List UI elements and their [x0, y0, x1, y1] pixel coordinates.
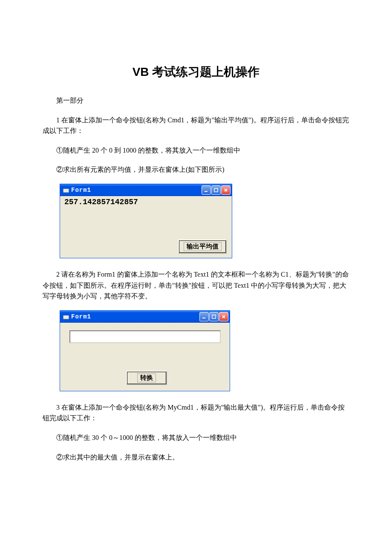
svg-rect-3: [214, 188, 218, 192]
maximize-button[interactable]: [211, 185, 221, 195]
form1-window: Form1 257.142857142857 输出平均值: [60, 184, 232, 258]
form1-titlebar: Form1: [60, 184, 232, 196]
output-avg-button-label: 输出平均值: [184, 242, 222, 251]
close-button[interactable]: [221, 185, 231, 195]
section-heading: 第一部分: [43, 95, 349, 106]
q3-intro: 3 在窗体上添加一个命令按钮(名称为 MyCmd1，标题为"输出最大值")。程序…: [43, 402, 349, 424]
form1-output-text: 257.142857142857: [64, 198, 138, 206]
svg-rect-2: [205, 191, 208, 192]
q1-intro: 1 在窗体上添加一个命令按钮(名称为 Cmd1，标题为"输出平均值")。程序运行…: [43, 115, 349, 136]
form2-titlebar: Form1: [60, 311, 230, 323]
q3-step2: ②求出其中的最大值，并显示在窗体上。: [43, 452, 349, 463]
close-button[interactable]: [219, 312, 228, 321]
page-title: VB 考试练习题上机操作: [43, 64, 349, 80]
q1-step1: ①随机产生 20 个 0 到 1000 的整数，将其放入一个一维数组中: [43, 145, 349, 156]
output-avg-button[interactable]: 输出平均值: [178, 240, 227, 254]
form1-title: Form1: [71, 187, 202, 194]
q3-step1: ①随机产生 30 个 0～1000 的整数，将其放入一个一维数组中: [43, 432, 349, 443]
convert-button-label: 转换: [137, 373, 156, 382]
form2-client-area: 转换: [60, 323, 230, 391]
svg-rect-7: [63, 314, 69, 315]
q2-intro: 2 请在名称为 Form1 的窗体上添加一个名称为 Text1 的文本框和一个名…: [43, 269, 349, 302]
window-controls: [199, 312, 228, 321]
text1-input[interactable]: [69, 330, 221, 343]
svg-rect-9: [212, 315, 216, 318]
form-icon: [63, 314, 69, 320]
convert-button[interactable]: 转换: [126, 371, 167, 385]
minimize-button[interactable]: [202, 185, 211, 195]
svg-rect-1: [63, 188, 69, 189]
window-controls: [202, 185, 231, 195]
minimize-button[interactable]: [199, 312, 209, 321]
form1-client-area: 257.142857142857 输出平均值: [60, 196, 232, 258]
svg-rect-8: [202, 318, 205, 318]
form2-title: Form1: [71, 313, 199, 320]
form2-window: Form1 转换: [60, 310, 230, 391]
q1-step2: ②求出所有元素的平均值，并显示在窗体上(如下图所示): [43, 164, 349, 175]
maximize-button[interactable]: [209, 312, 219, 321]
form-icon: [63, 187, 69, 193]
